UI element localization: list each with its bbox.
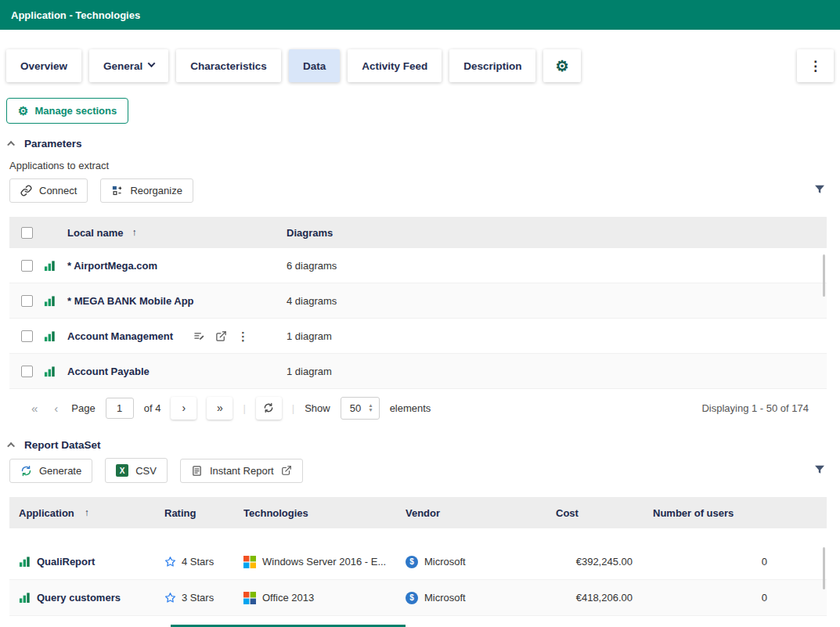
report-toolbar: Generate X CSV Instant Report: [9, 458, 831, 483]
rating-column-header[interactable]: Rating: [164, 507, 243, 519]
application-icon: [44, 330, 56, 342]
generate-button[interactable]: Generate: [9, 459, 92, 483]
tab-overview[interactable]: Overview: [6, 49, 81, 82]
show-label: Show: [305, 402, 330, 414]
spinner-down-icon[interactable]: ▼: [368, 408, 373, 413]
row-checkbox[interactable]: [21, 366, 33, 377]
chevron-right-icon: ›: [182, 402, 186, 414]
first-page-button[interactable]: «: [28, 402, 41, 415]
table-row[interactable]: * MEGA BANK Mobile App 4 diagrams: [9, 283, 827, 319]
page-title: Application - Technologies: [11, 9, 140, 21]
connect-button[interactable]: Connect: [9, 178, 88, 203]
technologies-column-header[interactable]: Technologies: [243, 507, 406, 519]
dollar-vendor-icon: $: [406, 592, 418, 604]
table-group-spacer: [9, 528, 827, 544]
technology-name[interactable]: Office 2013: [262, 592, 314, 604]
filter-button[interactable]: [809, 460, 831, 481]
report-dataset-section-header[interactable]: Report DataSet: [9, 439, 840, 451]
select-all-checkbox[interactable]: [21, 227, 33, 239]
titlebar: Application - Technologies: [0, 0, 840, 30]
tab-description[interactable]: Description: [449, 49, 535, 82]
application-name-link[interactable]: * AirportMega.com: [67, 260, 157, 272]
last-page-button[interactable]: »: [207, 397, 233, 420]
row-checkbox[interactable]: [21, 330, 33, 342]
csv-label: CSV: [135, 465, 157, 477]
diagrams-count[interactable]: 1 diagram: [287, 366, 827, 377]
page-label: Page: [71, 402, 95, 414]
application-column-header[interactable]: Application: [19, 507, 74, 519]
applications-to-extract-label: Applications to extract: [9, 160, 840, 171]
excel-icon: X: [116, 464, 128, 477]
vertical-scrollbar[interactable]: [823, 254, 825, 297]
collapse-chevron-icon: [7, 141, 15, 149]
previous-page-button[interactable]: ‹: [51, 402, 61, 415]
page-number-input[interactable]: [106, 398, 134, 419]
tab-activity-feed[interactable]: Activity Feed: [348, 49, 442, 82]
tab-general-label: General: [103, 60, 142, 72]
vendor-name[interactable]: Microsoft: [424, 556, 466, 568]
chevron-double-right-icon: »: [217, 402, 223, 414]
cost-value: €392,245.00: [546, 556, 644, 568]
gear-icon: ⚙: [18, 105, 28, 117]
users-column-header[interactable]: Number of users: [644, 507, 777, 519]
vendor-column-header[interactable]: Vendor: [406, 507, 546, 519]
local-name-column-header[interactable]: Local name: [67, 227, 124, 239]
csv-export-button[interactable]: X CSV: [105, 458, 168, 483]
tab-description-label: Description: [463, 60, 521, 72]
table-row[interactable]: Account Management ⋮ 1 diagram: [9, 319, 827, 354]
application-name-link[interactable]: * MEGA BANK Mobile App: [67, 295, 194, 307]
row-checkbox[interactable]: [21, 295, 33, 307]
application-name-link[interactable]: QualiReport: [37, 556, 95, 568]
cost-value: €418,206.00: [546, 592, 644, 604]
diagrams-column-header[interactable]: Diagrams: [287, 227, 827, 239]
tab-bar: Overview General Characteristics Data Ac…: [0, 49, 840, 83]
vendor-name[interactable]: Microsoft: [424, 592, 466, 604]
report-document-icon: [191, 465, 203, 477]
open-in-new-icon[interactable]: [281, 465, 292, 476]
table-row[interactable]: QualiReport 4 Stars Windows Server 2016 …: [9, 544, 827, 580]
instant-report-button[interactable]: Instant Report: [180, 459, 303, 483]
edit-list-icon[interactable]: [193, 330, 205, 342]
spinner-icons[interactable]: ▲ ▼: [368, 403, 373, 413]
page-size-select[interactable]: 50 ▲ ▼: [341, 397, 380, 420]
diagrams-count[interactable]: 4 diagrams: [287, 295, 827, 307]
next-page-button[interactable]: ›: [171, 397, 196, 420]
application-name-link[interactable]: Account Management: [67, 330, 173, 342]
application-name-link[interactable]: Account Payable: [67, 366, 150, 377]
settings-tab-button[interactable]: ⚙: [543, 49, 580, 82]
tab-characteristics[interactable]: Characteristics: [176, 49, 281, 82]
tab-general[interactable]: General: [89, 49, 168, 82]
chevron-down-icon: [148, 59, 156, 67]
open-in-new-icon[interactable]: [215, 330, 227, 342]
tab-data-label: Data: [303, 60, 326, 72]
kebab-icon: ⋮: [809, 59, 822, 73]
table-row[interactable]: Account Payable 1 diagram: [9, 354, 827, 389]
filter-button[interactable]: [809, 180, 831, 201]
more-options-button[interactable]: ⋮: [797, 49, 834, 82]
application-icon: [19, 556, 31, 568]
vertical-scrollbar[interactable]: [823, 547, 825, 589]
parameters-section-header[interactable]: Parameters: [9, 138, 840, 150]
application-icon: [44, 366, 56, 377]
row-checkbox[interactable]: [21, 260, 33, 272]
application-icon: [19, 592, 31, 604]
users-count: 0: [644, 592, 777, 604]
technology-name[interactable]: Windows Server 2016 - E...: [262, 556, 386, 568]
diagrams-count[interactable]: 1 diagram: [287, 330, 827, 342]
rating-value: 4 Stars: [182, 556, 214, 568]
reorganize-label: Reorganize: [130, 185, 182, 196]
sort-ascending-icon: ↑: [85, 507, 89, 518]
parameters-table-header: Local name ↑ Diagrams: [9, 217, 827, 248]
kebab-icon[interactable]: ⋮: [237, 330, 249, 342]
table-row[interactable]: Query customers 3 Stars Office 2013 $ Mi…: [9, 580, 827, 616]
reorganize-button[interactable]: Reorganize: [100, 178, 193, 203]
table-row[interactable]: * AirportMega.com 6 diagrams: [9, 248, 827, 283]
diagrams-count[interactable]: 6 diagrams: [287, 260, 827, 272]
tab-data[interactable]: Data: [289, 49, 340, 82]
manage-sections-button[interactable]: ⚙ Manage sections: [6, 98, 128, 124]
cost-column-header[interactable]: Cost: [546, 507, 644, 519]
parameters-table: Local name ↑ Diagrams * AirportMega.com …: [9, 217, 827, 389]
application-name-link[interactable]: Query customers: [37, 592, 121, 604]
refresh-button[interactable]: [256, 397, 282, 420]
table-row[interactable]: Query customers 3 Stars Windows Server 2…: [9, 616, 827, 627]
